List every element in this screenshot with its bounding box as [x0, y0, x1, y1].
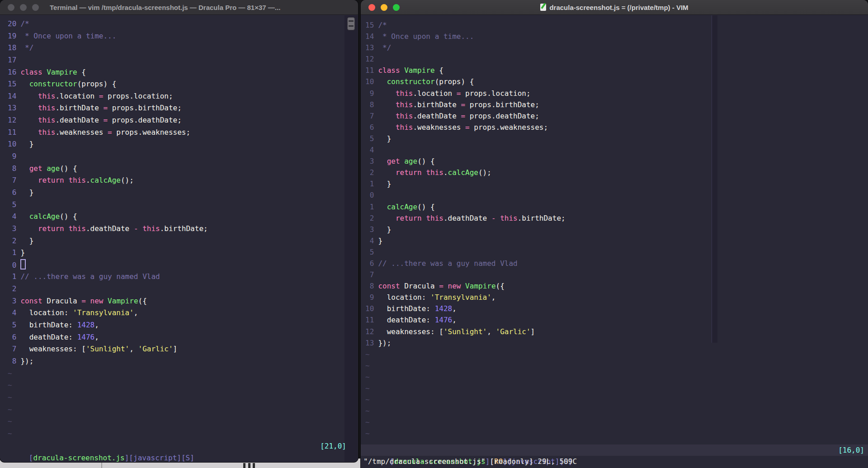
token: constructor [387, 77, 435, 86]
token: age [47, 164, 60, 173]
token: class [20, 68, 42, 76]
token: // ...there was a guy named Vlad [20, 272, 160, 281]
line-number: 1 [8, 271, 16, 283]
line-number: 6 [8, 187, 16, 199]
token [378, 112, 396, 120]
token: deathDate: [20, 333, 77, 341]
code-line: 6// ...there was a guy named Vlad [365, 258, 868, 269]
line-number: 15 [8, 78, 16, 90]
empty-line-tilde: ~ [8, 392, 358, 404]
token: this [68, 224, 86, 233]
token: ][ [125, 454, 133, 462]
token: this [142, 224, 160, 233]
token: /* [378, 21, 387, 29]
token [378, 203, 387, 211]
empty-line-tilde: ~ [365, 394, 868, 405]
vim-statusline-right: [dracula-screenshot.js][RO][javascript][… [361, 444, 868, 456]
line-number: 11 [8, 127, 16, 139]
token: - [491, 214, 496, 222]
token [422, 168, 426, 177]
token: javascript [133, 454, 177, 462]
token [20, 164, 29, 173]
line-number: 5 [365, 246, 374, 258]
scrollbar-thumb[interactable] [347, 17, 355, 30]
code-line: 11 deathDate: 1476, [365, 314, 868, 326]
line-number: 13 [8, 102, 16, 114]
code-line: 5 birthDate: 1428, [8, 319, 358, 331]
code-line: 20/* [8, 18, 358, 30]
code-line: 7 return this.calcAge(); [8, 175, 358, 187]
token: this [38, 116, 56, 124]
close-button[interactable] [8, 4, 14, 11]
token: props.birthDate; [108, 104, 182, 112]
zoom-button[interactable] [393, 4, 400, 11]
line-number: 6 [365, 258, 374, 269]
document-icon[interactable] [540, 4, 546, 11]
macvim-traffic-lights [368, 0, 400, 15]
code-line: 19 * Once upon a time... [8, 30, 358, 43]
terminal-scrollbar[interactable] [344, 15, 358, 462]
vim-statusline-left: [dracula-screenshot.js][javascript][S] [… [0, 440, 358, 452]
terminal-titlebar[interactable]: Terminal — vim /tmp/dracula-screenshot.j… [0, 0, 358, 15]
token: = [81, 297, 86, 305]
token: birthDate: [20, 321, 77, 329]
token: props.deathDate; [465, 112, 539, 120]
tilde: ~ [365, 429, 370, 438]
token: , [94, 321, 99, 329]
token: { [77, 68, 86, 76]
token [378, 157, 387, 165]
token: .deathDate [55, 116, 103, 124]
token: [ [29, 454, 33, 462]
token: /* [20, 19, 29, 28]
token: // ...there was a guy named Vlad [378, 259, 517, 268]
token: calcAge [90, 176, 121, 184]
minimize-button[interactable] [20, 4, 27, 11]
token [103, 297, 108, 305]
line-number: 5 [8, 319, 16, 331]
token: 'Garlic' [138, 345, 173, 353]
macvim-content: 15/*14 * Once upon a time...13 */1211cla… [361, 15, 868, 468]
line-number: 1 [365, 201, 374, 213]
code-line: 18 */ [8, 42, 358, 54]
token: } [20, 140, 33, 148]
macvim-scrollbar[interactable] [712, 15, 717, 343]
tilde: ~ [365, 350, 370, 359]
line-number: 2 [365, 167, 374, 178]
token: location: [20, 308, 73, 317]
token: this [38, 92, 56, 100]
token [400, 157, 405, 165]
line-number: 10 [365, 76, 374, 87]
token [42, 164, 47, 173]
token: Vampire [465, 282, 495, 290]
token: [16,0] [838, 446, 864, 454]
token: .birthDate [55, 104, 103, 112]
code-line: 6 this.weaknesses = props.weaknesses; [365, 122, 868, 133]
token: , [134, 308, 138, 317]
zoom-button[interactable] [32, 4, 39, 11]
token: } [378, 225, 391, 234]
close-button[interactable] [368, 4, 375, 11]
line-number: 1 [8, 247, 16, 259]
minimize-button[interactable] [381, 4, 387, 11]
token: () { [417, 203, 435, 211]
vim-buffer-left[interactable]: 20/*19 * Once upon a time...18 */1716cla… [0, 15, 358, 462]
empty-line-tilde: ~ [365, 371, 868, 383]
token: 'Sunlight' [86, 345, 129, 353]
code-line: 15/* [365, 19, 868, 31]
vim-buffer-right[interactable]: 15/*14 * Once upon a time...13 */1211cla… [361, 15, 868, 468]
token: } [378, 134, 391, 143]
code-line: 10 } [8, 138, 358, 151]
code-line: 10 constructor(props) { [365, 76, 868, 87]
line-number: 20 [8, 18, 16, 30]
macvim-titlebar[interactable]: dracula-screenshot.js = (/private/tmp) -… [361, 0, 868, 15]
token [20, 212, 29, 221]
macvim-window: dracula-screenshot.js = (/private/tmp) -… [361, 0, 868, 468]
token [378, 168, 396, 177]
token: 1476 [435, 316, 453, 324]
code-line: 6 } [8, 187, 358, 199]
token [461, 282, 465, 290]
token: return [396, 214, 422, 222]
token: calcAge [448, 168, 478, 177]
token: . [86, 176, 90, 184]
code-line: 7 weaknesses: ['Sunlight', 'Garlic'] [8, 343, 358, 355]
